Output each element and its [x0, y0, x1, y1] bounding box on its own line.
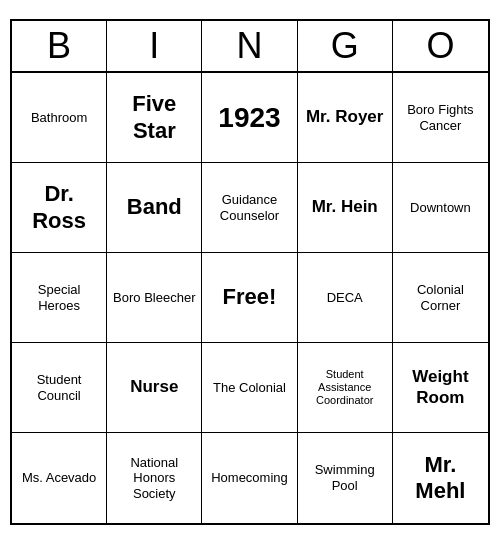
bingo-cell: Colonial Corner	[393, 253, 488, 343]
bingo-cell: Student Council	[12, 343, 107, 433]
header-letter: G	[298, 21, 393, 71]
bingo-cell: Bathroom	[12, 73, 107, 163]
bingo-cell: Ms. Acevado	[12, 433, 107, 523]
header-letter: O	[393, 21, 488, 71]
bingo-cell: Mr. Hein	[298, 163, 393, 253]
bingo-card: BINGO BathroomFive Star1923Mr. RoyerBoro…	[10, 19, 490, 525]
bingo-cell: Mr. Mehl	[393, 433, 488, 523]
bingo-cell: The Colonial	[202, 343, 297, 433]
bingo-cell: Guidance Counselor	[202, 163, 297, 253]
bingo-cell: Swimming Pool	[298, 433, 393, 523]
bingo-cell: Downtown	[393, 163, 488, 253]
bingo-cell: Mr. Royer	[298, 73, 393, 163]
bingo-cell: Nurse	[107, 343, 202, 433]
bingo-cell: Band	[107, 163, 202, 253]
bingo-header: BINGO	[12, 21, 488, 73]
bingo-cell: Free!	[202, 253, 297, 343]
header-letter: I	[107, 21, 202, 71]
bingo-cell: Boro Bleecher	[107, 253, 202, 343]
bingo-grid: BathroomFive Star1923Mr. RoyerBoro Fight…	[12, 73, 488, 523]
bingo-cell: Dr. Ross	[12, 163, 107, 253]
bingo-cell: National Honors Society	[107, 433, 202, 523]
bingo-cell: 1923	[202, 73, 297, 163]
bingo-cell: Weight Room	[393, 343, 488, 433]
bingo-cell: Special Heroes	[12, 253, 107, 343]
header-letter: B	[12, 21, 107, 71]
bingo-cell: Five Star	[107, 73, 202, 163]
bingo-cell: Boro Fights Cancer	[393, 73, 488, 163]
bingo-cell: DECA	[298, 253, 393, 343]
bingo-cell: Student Assistance Coordinator	[298, 343, 393, 433]
header-letter: N	[202, 21, 297, 71]
bingo-cell: Homecoming	[202, 433, 297, 523]
